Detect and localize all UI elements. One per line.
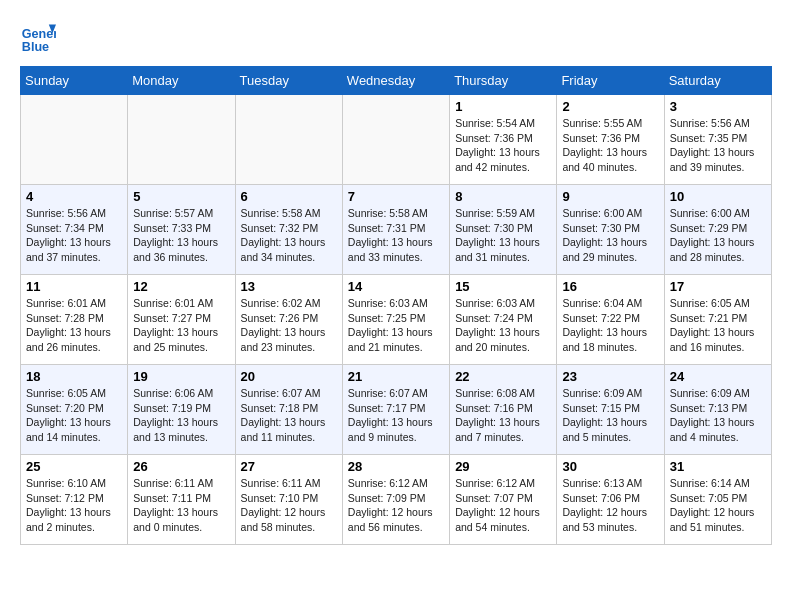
day-info: Sunrise: 5:58 AM Sunset: 7:31 PM Dayligh… [348, 206, 444, 265]
day-header-monday: Monday [128, 67, 235, 95]
day-number: 21 [348, 369, 444, 384]
calendar-cell: 27Sunrise: 6:11 AM Sunset: 7:10 PM Dayli… [235, 455, 342, 545]
calendar-cell: 13Sunrise: 6:02 AM Sunset: 7:26 PM Dayli… [235, 275, 342, 365]
calendar-cell: 30Sunrise: 6:13 AM Sunset: 7:06 PM Dayli… [557, 455, 664, 545]
calendar-cell: 5Sunrise: 5:57 AM Sunset: 7:33 PM Daylig… [128, 185, 235, 275]
day-info: Sunrise: 6:01 AM Sunset: 7:28 PM Dayligh… [26, 296, 122, 355]
day-info: Sunrise: 6:11 AM Sunset: 7:10 PM Dayligh… [241, 476, 337, 535]
day-info: Sunrise: 6:01 AM Sunset: 7:27 PM Dayligh… [133, 296, 229, 355]
calendar-cell: 28Sunrise: 6:12 AM Sunset: 7:09 PM Dayli… [342, 455, 449, 545]
day-info: Sunrise: 6:04 AM Sunset: 7:22 PM Dayligh… [562, 296, 658, 355]
day-info: Sunrise: 6:09 AM Sunset: 7:15 PM Dayligh… [562, 386, 658, 445]
day-info: Sunrise: 5:56 AM Sunset: 7:35 PM Dayligh… [670, 116, 766, 175]
day-number: 8 [455, 189, 551, 204]
day-number: 15 [455, 279, 551, 294]
day-header-tuesday: Tuesday [235, 67, 342, 95]
calendar-cell: 26Sunrise: 6:11 AM Sunset: 7:11 PM Dayli… [128, 455, 235, 545]
day-info: Sunrise: 6:03 AM Sunset: 7:24 PM Dayligh… [455, 296, 551, 355]
day-number: 5 [133, 189, 229, 204]
calendar-cell: 9Sunrise: 6:00 AM Sunset: 7:30 PM Daylig… [557, 185, 664, 275]
calendar-cell: 18Sunrise: 6:05 AM Sunset: 7:20 PM Dayli… [21, 365, 128, 455]
day-number: 31 [670, 459, 766, 474]
day-number: 23 [562, 369, 658, 384]
day-number: 10 [670, 189, 766, 204]
calendar-cell: 3Sunrise: 5:56 AM Sunset: 7:35 PM Daylig… [664, 95, 771, 185]
day-info: Sunrise: 6:00 AM Sunset: 7:30 PM Dayligh… [562, 206, 658, 265]
day-info: Sunrise: 6:05 AM Sunset: 7:21 PM Dayligh… [670, 296, 766, 355]
calendar-cell: 6Sunrise: 5:58 AM Sunset: 7:32 PM Daylig… [235, 185, 342, 275]
week-row-1: 1Sunrise: 5:54 AM Sunset: 7:36 PM Daylig… [21, 95, 772, 185]
day-info: Sunrise: 6:11 AM Sunset: 7:11 PM Dayligh… [133, 476, 229, 535]
calendar-cell: 29Sunrise: 6:12 AM Sunset: 7:07 PM Dayli… [450, 455, 557, 545]
day-header-saturday: Saturday [664, 67, 771, 95]
day-header-wednesday: Wednesday [342, 67, 449, 95]
page-header: General Blue [20, 20, 772, 56]
day-number: 18 [26, 369, 122, 384]
day-number: 1 [455, 99, 551, 114]
header-row: SundayMondayTuesdayWednesdayThursdayFrid… [21, 67, 772, 95]
calendar-cell [342, 95, 449, 185]
day-info: Sunrise: 5:57 AM Sunset: 7:33 PM Dayligh… [133, 206, 229, 265]
calendar-cell: 15Sunrise: 6:03 AM Sunset: 7:24 PM Dayli… [450, 275, 557, 365]
day-number: 25 [26, 459, 122, 474]
calendar-cell: 2Sunrise: 5:55 AM Sunset: 7:36 PM Daylig… [557, 95, 664, 185]
calendar-cell: 17Sunrise: 6:05 AM Sunset: 7:21 PM Dayli… [664, 275, 771, 365]
logo: General Blue [20, 20, 60, 56]
day-number: 4 [26, 189, 122, 204]
day-number: 19 [133, 369, 229, 384]
calendar-cell [21, 95, 128, 185]
day-info: Sunrise: 6:00 AM Sunset: 7:29 PM Dayligh… [670, 206, 766, 265]
day-number: 12 [133, 279, 229, 294]
day-number: 7 [348, 189, 444, 204]
day-number: 17 [670, 279, 766, 294]
day-number: 11 [26, 279, 122, 294]
calendar-cell: 21Sunrise: 6:07 AM Sunset: 7:17 PM Dayli… [342, 365, 449, 455]
week-row-5: 25Sunrise: 6:10 AM Sunset: 7:12 PM Dayli… [21, 455, 772, 545]
calendar-cell: 10Sunrise: 6:00 AM Sunset: 7:29 PM Dayli… [664, 185, 771, 275]
day-number: 13 [241, 279, 337, 294]
day-info: Sunrise: 5:55 AM Sunset: 7:36 PM Dayligh… [562, 116, 658, 175]
day-number: 20 [241, 369, 337, 384]
calendar-cell: 8Sunrise: 5:59 AM Sunset: 7:30 PM Daylig… [450, 185, 557, 275]
calendar-cell: 12Sunrise: 6:01 AM Sunset: 7:27 PM Dayli… [128, 275, 235, 365]
day-info: Sunrise: 6:06 AM Sunset: 7:19 PM Dayligh… [133, 386, 229, 445]
calendar-cell: 16Sunrise: 6:04 AM Sunset: 7:22 PM Dayli… [557, 275, 664, 365]
day-number: 3 [670, 99, 766, 114]
day-info: Sunrise: 6:12 AM Sunset: 7:09 PM Dayligh… [348, 476, 444, 535]
day-number: 30 [562, 459, 658, 474]
calendar-table: SundayMondayTuesdayWednesdayThursdayFrid… [20, 66, 772, 545]
day-header-thursday: Thursday [450, 67, 557, 95]
day-info: Sunrise: 6:13 AM Sunset: 7:06 PM Dayligh… [562, 476, 658, 535]
day-number: 27 [241, 459, 337, 474]
calendar-cell: 1Sunrise: 5:54 AM Sunset: 7:36 PM Daylig… [450, 95, 557, 185]
day-number: 29 [455, 459, 551, 474]
day-info: Sunrise: 6:10 AM Sunset: 7:12 PM Dayligh… [26, 476, 122, 535]
day-header-sunday: Sunday [21, 67, 128, 95]
day-number: 28 [348, 459, 444, 474]
calendar-cell: 22Sunrise: 6:08 AM Sunset: 7:16 PM Dayli… [450, 365, 557, 455]
calendar-cell: 7Sunrise: 5:58 AM Sunset: 7:31 PM Daylig… [342, 185, 449, 275]
day-number: 6 [241, 189, 337, 204]
day-info: Sunrise: 6:14 AM Sunset: 7:05 PM Dayligh… [670, 476, 766, 535]
day-number: 14 [348, 279, 444, 294]
calendar-cell: 19Sunrise: 6:06 AM Sunset: 7:19 PM Dayli… [128, 365, 235, 455]
day-number: 26 [133, 459, 229, 474]
calendar-cell: 24Sunrise: 6:09 AM Sunset: 7:13 PM Dayli… [664, 365, 771, 455]
week-row-3: 11Sunrise: 6:01 AM Sunset: 7:28 PM Dayli… [21, 275, 772, 365]
calendar-cell [128, 95, 235, 185]
week-row-4: 18Sunrise: 6:05 AM Sunset: 7:20 PM Dayli… [21, 365, 772, 455]
day-info: Sunrise: 5:56 AM Sunset: 7:34 PM Dayligh… [26, 206, 122, 265]
day-info: Sunrise: 6:07 AM Sunset: 7:17 PM Dayligh… [348, 386, 444, 445]
day-info: Sunrise: 5:59 AM Sunset: 7:30 PM Dayligh… [455, 206, 551, 265]
day-header-friday: Friday [557, 67, 664, 95]
logo-icon: General Blue [20, 20, 56, 56]
day-info: Sunrise: 6:02 AM Sunset: 7:26 PM Dayligh… [241, 296, 337, 355]
calendar-cell: 14Sunrise: 6:03 AM Sunset: 7:25 PM Dayli… [342, 275, 449, 365]
day-number: 16 [562, 279, 658, 294]
day-info: Sunrise: 5:54 AM Sunset: 7:36 PM Dayligh… [455, 116, 551, 175]
day-info: Sunrise: 6:09 AM Sunset: 7:13 PM Dayligh… [670, 386, 766, 445]
day-number: 2 [562, 99, 658, 114]
day-number: 24 [670, 369, 766, 384]
calendar-cell: 11Sunrise: 6:01 AM Sunset: 7:28 PM Dayli… [21, 275, 128, 365]
calendar-cell: 31Sunrise: 6:14 AM Sunset: 7:05 PM Dayli… [664, 455, 771, 545]
